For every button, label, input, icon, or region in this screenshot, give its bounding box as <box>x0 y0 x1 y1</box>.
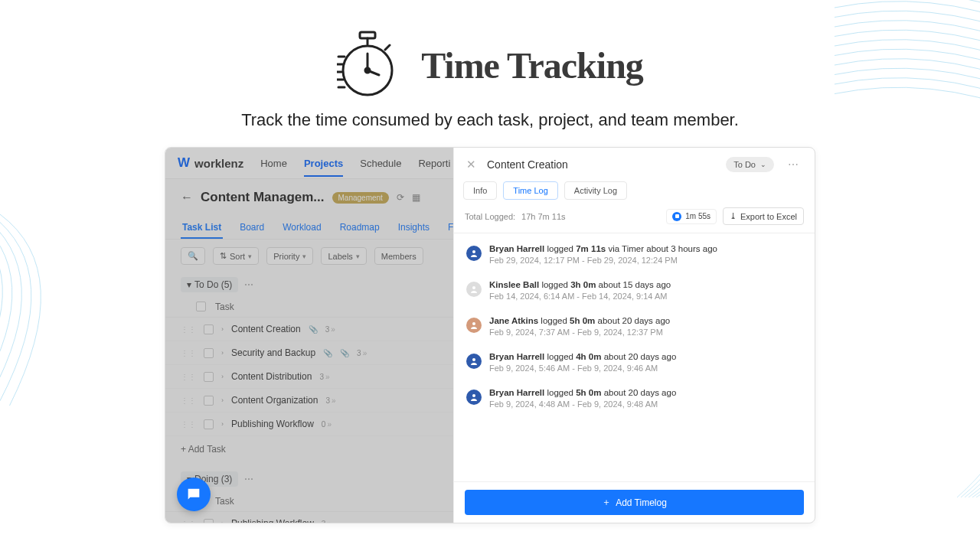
log-verb: logged <box>547 352 573 361</box>
avatar <box>466 282 482 297</box>
log-user: Bryan Harrell <box>489 352 544 361</box>
stop-timer-icon[interactable] <box>672 212 681 221</box>
add-timelog-button[interactable]: ＋ Add Timelog <box>465 490 804 515</box>
status-dropdown[interactable]: To Do⌄ <box>726 157 774 172</box>
log-verb: logged <box>541 280 568 289</box>
avatar <box>466 390 482 405</box>
log-range: Feb 9, 2024, 7:37 AM - Feb 9, 2024, 12:3… <box>489 328 670 337</box>
log-duration: 5h 0m <box>576 388 601 397</box>
page-subtitle: Track the time consumed by each task, pr… <box>0 110 980 130</box>
tab-activitylog[interactable]: Activity Log <box>564 181 627 200</box>
stopwatch-icon <box>337 31 398 99</box>
log-duration: 5h 0m <box>570 316 595 325</box>
task-detail-panel: ✕ Content Creation To Do⌄ ⋯ Info Time Lo… <box>453 148 815 523</box>
log-verb: logged <box>547 388 573 397</box>
log-range: Feb 9, 2024, 4:48 AM - Feb 9, 2024, 9:48… <box>489 399 676 409</box>
total-logged-label: Total Logged: <box>465 212 515 221</box>
svg-point-6 <box>365 68 370 73</box>
log-user: Bryan Harrell <box>489 388 544 397</box>
tab-info[interactable]: Info <box>463 181 497 200</box>
log-user: Kinslee Ball <box>489 280 539 289</box>
timelog-list: Bryan Harrell logged 7m 11s via Timer ab… <box>454 233 815 481</box>
svg-point-16 <box>472 394 475 397</box>
log-duration: 4h 0m <box>576 352 601 361</box>
close-icon[interactable]: ✕ <box>466 158 476 171</box>
avatar <box>466 354 482 369</box>
svg-point-12 <box>472 250 475 253</box>
timelog-item: Bryan Harrell logged 5h 0m about 20 days… <box>454 380 815 416</box>
svg-point-15 <box>472 358 475 361</box>
running-timer[interactable]: 1m 55s <box>666 209 717 224</box>
more-menu[interactable]: ⋯ <box>785 158 802 171</box>
svg-point-14 <box>472 322 475 325</box>
log-meta: about 15 days ago <box>599 280 671 289</box>
log-meta: about 20 days ago <box>604 388 677 397</box>
chat-launcher[interactable] <box>177 478 211 511</box>
timelog-item: Bryan Harrell logged 4h 0m about 20 days… <box>454 344 815 380</box>
tab-timelog[interactable]: Time Log <box>503 181 557 200</box>
log-verb: logged <box>541 316 567 325</box>
log-meta: about 20 days ago <box>604 352 677 361</box>
svg-point-13 <box>472 286 475 289</box>
timelog-item: Kinslee Ball logged 3h 0m about 15 days … <box>454 272 815 308</box>
log-range: Feb 9, 2024, 5:46 AM - Feb 9, 2024, 9:46… <box>489 364 676 373</box>
app-screenshot: Wworklenz Home Projects Schedule Reporti… <box>165 147 815 523</box>
svg-line-3 <box>385 45 390 50</box>
log-range: Feb 29, 2024, 12:17 PM - Feb 29, 2024, 1… <box>489 256 717 265</box>
avatar <box>466 318 482 333</box>
timelog-item: Jane Atkins logged 5h 0m about 20 days a… <box>454 308 815 344</box>
plus-icon: ＋ <box>602 496 611 509</box>
task-title: Content Creation <box>487 158 715 171</box>
log-meta: via Timer about 3 hours ago <box>608 244 717 253</box>
log-range: Feb 14, 2024, 6:14 AM - Feb 14, 2024, 9:… <box>489 292 671 301</box>
decorative-lines <box>827 230 980 497</box>
log-duration: 7m 11s <box>576 244 606 253</box>
log-user: Bryan Harrell <box>489 244 544 253</box>
total-logged-value: 17h 7m 11s <box>521 212 565 221</box>
download-icon: ⤓ <box>730 211 737 221</box>
log-verb: logged <box>547 244 573 253</box>
decorative-lines <box>0 214 115 406</box>
export-button[interactable]: ⤓ Export to Excel <box>723 207 804 225</box>
log-duration: 3h 0m <box>570 280 596 289</box>
timelog-item: Bryan Harrell logged 7m 11s via Timer ab… <box>454 236 815 272</box>
log-user: Jane Atkins <box>489 316 538 325</box>
page-title: Time Tracking <box>421 44 643 86</box>
avatar <box>466 246 482 261</box>
log-meta: about 20 days ago <box>598 316 671 325</box>
